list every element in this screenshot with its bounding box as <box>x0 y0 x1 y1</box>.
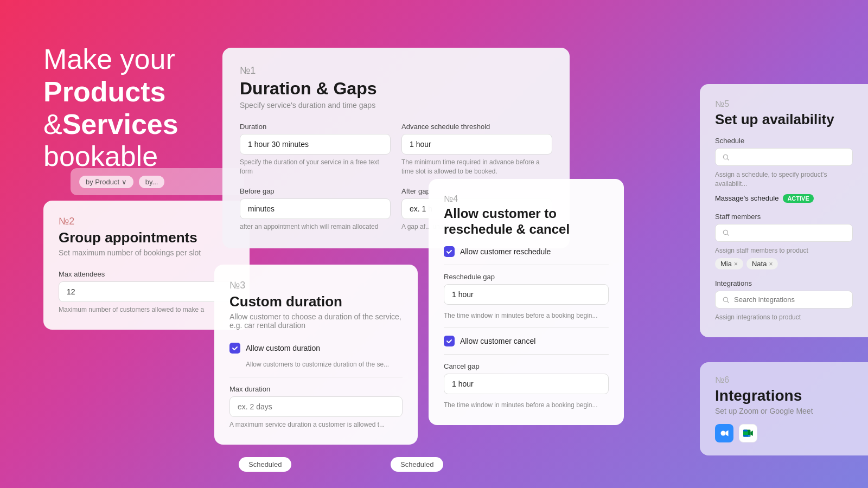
before-gap-input[interactable] <box>240 198 391 219</box>
card-integrations: №6 Integrations Set up Zoom or Google Me… <box>700 362 868 455</box>
card4-number: №4 <box>444 194 609 204</box>
max-duration-group: Max duration A maximum service duration … <box>229 385 403 429</box>
remove-mia-button[interactable]: × <box>734 260 738 268</box>
zoom-logo <box>719 429 730 437</box>
max-attendees-input[interactable] <box>59 281 234 302</box>
card3-subtitle: Allow customer to choose a duration of t… <box>229 312 403 330</box>
advance-label: Advance schedule threshold <box>401 123 552 131</box>
before-gap-group: Before gap after an appointment which wi… <box>240 187 391 232</box>
allow-reschedule-label: Allow customer reschedule <box>460 247 551 256</box>
custom-duration-section: Allow custom duration Allow customers to… <box>229 343 403 369</box>
staff-hint: Assign staff members to product <box>715 246 853 255</box>
hero-line2: Products <box>43 76 178 108</box>
schedule-section-label: Schedule <box>715 137 853 145</box>
scheduled-pill-1: Scheduled <box>239 457 291 472</box>
search-icon <box>722 296 730 304</box>
search-icon <box>722 229 730 236</box>
card1-title: Duration & Gaps <box>240 79 552 99</box>
advance-hint: The minimum time required in advance bef… <box>401 158 552 176</box>
google-meet-icon[interactable] <box>739 424 757 442</box>
integrations-section-label: Integrations <box>715 279 853 287</box>
staff-search-input[interactable] <box>734 229 846 237</box>
remove-nata-button[interactable]: × <box>769 260 773 268</box>
integrations-hint: Assign integrations to product <box>715 313 853 322</box>
advance-input[interactable] <box>401 134 552 155</box>
checkmark-icon <box>446 338 452 344</box>
integrations-search-wrap[interactable] <box>715 291 853 309</box>
filter-option2[interactable]: by... <box>139 176 165 188</box>
hero-line3-bold: Services <box>62 108 178 140</box>
allow-custom-duration-label: Allow custom duration <box>246 344 320 352</box>
cancel-gap-group: Cancel gap 1 hour The time window in min… <box>444 362 609 410</box>
hero-line3: &Services <box>43 108 178 141</box>
schedule-active-badge: ACTIVE <box>783 194 813 203</box>
reschedule-gap-hint: The time window in minutes before a book… <box>444 311 609 320</box>
zoom-icon[interactable] <box>715 424 733 442</box>
hero-section: Make your Products &Services bookable <box>43 43 178 173</box>
card6-title: Integrations <box>715 387 853 404</box>
staff-tag-nata: Nata× <box>746 258 778 269</box>
staff-tag-mia: Mia× <box>715 258 743 269</box>
max-duration-hint: A maximum service duration a customer is… <box>229 420 403 429</box>
allow-cancel-row: Allow customer cancel <box>444 336 609 346</box>
search-icon <box>722 153 730 161</box>
svg-point-4 <box>721 431 726 436</box>
card5-number: №5 <box>715 99 853 109</box>
integration-icons <box>715 424 853 442</box>
reschedule-gap-label: Reschedule gap <box>444 273 609 281</box>
staff-search-wrap[interactable] <box>715 224 853 242</box>
card1-number: №1 <box>240 65 552 76</box>
schedule-search-wrap[interactable] <box>715 148 853 166</box>
card2-number: №2 <box>59 216 234 227</box>
max-duration-input[interactable] <box>229 396 403 417</box>
duration-group: Duration Specify the duration of your se… <box>240 123 391 176</box>
checkmark-icon <box>232 345 238 351</box>
filter-bar: by Product ∨ by... <box>71 168 244 195</box>
cancel-gap-label: Cancel gap <box>444 362 609 370</box>
staff-name-nata: Nata <box>752 260 767 268</box>
duration-hint: Specify the duration of your service in … <box>240 158 391 176</box>
card-reschedule-cancel: №4 Allow customer to reschedule & cancel… <box>429 179 624 425</box>
before-gap-label: Before gap <box>240 187 391 195</box>
duration-input[interactable] <box>240 134 391 155</box>
cancel-gap-value: 1 hour <box>444 374 609 394</box>
allow-custom-duration-checkbox[interactable] <box>229 343 240 354</box>
hero-line3-prefix: & <box>43 108 62 140</box>
checkmark-icon <box>446 248 452 255</box>
allow-reschedule-row: Allow customer reschedule <box>444 246 609 257</box>
schedule-search-input[interactable] <box>734 153 846 161</box>
max-duration-label: Max duration <box>229 385 403 393</box>
allow-custom-duration-hint: Allow customers to customize duration of… <box>229 360 403 369</box>
schedule-entry: Massage's schedule ACTIVE <box>715 194 853 203</box>
card2-title: Group appointments <box>59 229 234 246</box>
max-attendees-hint: Maximum number of customers allowed to m… <box>59 305 234 314</box>
allow-cancel-checkbox[interactable] <box>444 336 455 346</box>
before-gap-hint: after an appointment which will remain a… <box>240 222 391 232</box>
reschedule-gap-group: Reschedule gap 1 hour The time window in… <box>444 273 609 320</box>
schedule-hint: Assign a schedule, to specify product's … <box>715 170 853 189</box>
staff-name-mia: Mia <box>720 260 732 268</box>
filter-option1[interactable]: by Product ∨ <box>79 176 133 188</box>
max-attendees-label: Max attendees <box>59 270 234 278</box>
reschedule-gap-value: 1 hour <box>444 284 609 305</box>
card-availability: №5 Set up availability Schedule Assign a… <box>700 84 868 337</box>
card3-title: Custom duration <box>229 293 403 310</box>
card6-subtitle: Set up Zoom or Google Meet <box>715 407 853 415</box>
advance-group: Advance schedule threshold The minimum t… <box>401 123 552 176</box>
card1-subtitle: Specify service's duration and time gaps <box>240 101 552 110</box>
allow-reschedule-checkbox[interactable] <box>444 246 455 257</box>
schedule-name: Massage's schedule <box>715 194 778 202</box>
card-custom-duration: №3 Custom duration Allow customer to cho… <box>214 265 418 445</box>
duration-label: Duration <box>240 123 391 131</box>
gmeet-logo <box>742 427 754 439</box>
allow-custom-duration-row: Allow custom duration <box>229 343 403 354</box>
scheduled-pill-2: Scheduled <box>391 457 443 472</box>
hero-line1: Make your <box>43 43 178 76</box>
card4-title: Allow customer to reschedule & cancel <box>444 206 609 237</box>
allow-cancel-label: Allow customer cancel <box>460 337 535 345</box>
integrations-search-input[interactable] <box>734 296 846 304</box>
staff-tags: Mia× Nata× <box>715 258 853 269</box>
card3-number: №3 <box>229 280 403 291</box>
card5-title: Set up availability <box>715 111 853 128</box>
cancel-gap-hint: The time window in minutes before a book… <box>444 401 609 410</box>
